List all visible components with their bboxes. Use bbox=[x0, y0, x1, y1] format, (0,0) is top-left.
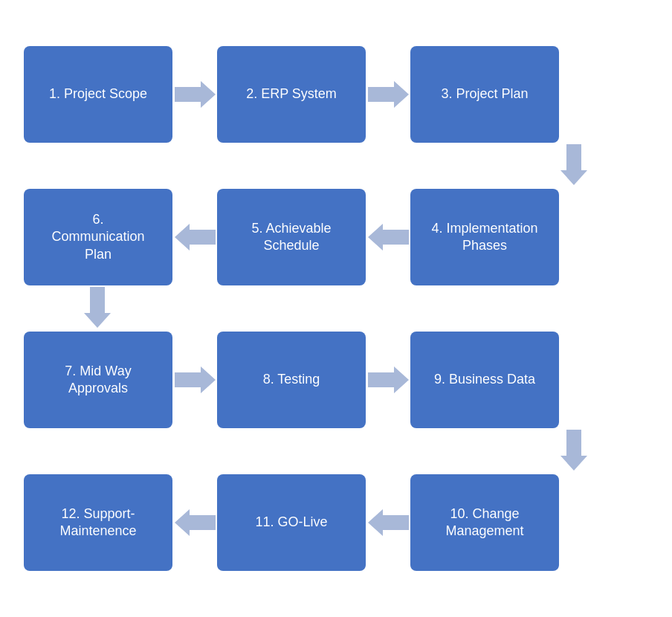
box-11: 11. GO-Live bbox=[217, 474, 366, 571]
svg-marker-6 bbox=[175, 366, 216, 393]
arrow-down-3-4 bbox=[24, 143, 648, 189]
box-8-label: 8. Testing bbox=[263, 371, 320, 388]
svg-marker-8 bbox=[560, 430, 587, 471]
svg-marker-10 bbox=[368, 509, 409, 536]
svg-marker-2 bbox=[560, 144, 587, 185]
box-8: 8. Testing bbox=[217, 332, 366, 428]
box-4: 4. Implementation Phases bbox=[410, 189, 559, 285]
box-4-label: 4. Implementation Phases bbox=[431, 220, 537, 255]
svg-marker-9 bbox=[175, 509, 216, 536]
box-9-label: 9. Business Data bbox=[434, 371, 535, 388]
svg-marker-7 bbox=[368, 366, 409, 393]
box-11-label: 11. GO-Live bbox=[255, 514, 327, 531]
box-7-label: 7. Mid Way Approvals bbox=[65, 363, 131, 398]
box-7: 7. Mid Way Approvals bbox=[24, 332, 172, 428]
box-6-label: 6. Communication Plan bbox=[51, 211, 144, 263]
box-1-label: 1. Project Scope bbox=[49, 85, 147, 103]
box-6: 6. Communication Plan bbox=[24, 189, 172, 285]
arrow-left-10-11 bbox=[366, 504, 410, 541]
box-5: 5. Achievable Schedule bbox=[217, 189, 366, 285]
box-10: 10. Change Management bbox=[410, 474, 559, 571]
arrow-left-4-5 bbox=[366, 219, 410, 256]
arrow-left-5-6 bbox=[172, 219, 217, 256]
arrow-left-11-12 bbox=[172, 504, 217, 541]
box-2-label: 2. ERP System bbox=[246, 85, 337, 103]
arrow-right-8-9 bbox=[366, 361, 410, 398]
box-2: 2. ERP System bbox=[217, 46, 366, 143]
box-5-label: 5. Achievable Schedule bbox=[251, 220, 331, 255]
box-12-label: 12. Support- Maintenence bbox=[59, 505, 136, 540]
box-9: 9. Business Data bbox=[410, 332, 559, 428]
svg-marker-3 bbox=[175, 224, 216, 251]
arrow-right-1-2 bbox=[172, 76, 217, 113]
box-12: 12. Support- Maintenence bbox=[24, 474, 172, 571]
arrow-down-6-7 bbox=[24, 285, 648, 332]
row-3: 7. Mid Way Approvals 8. Testing 9. Busin… bbox=[24, 332, 648, 428]
arrow-right-7-8 bbox=[172, 361, 217, 398]
row-4: 12. Support- Maintenence 11. GO-Live 10.… bbox=[24, 474, 648, 571]
svg-marker-1 bbox=[368, 81, 409, 108]
arrow-down-9-10 bbox=[24, 428, 648, 474]
box-10-label: 10. Change Management bbox=[445, 505, 523, 540]
flowchart: 1. Project Scope 2. ERP System 3. Projec… bbox=[16, 31, 656, 586]
box-1: 1. Project Scope bbox=[24, 46, 172, 143]
box-3-label: 3. Project Plan bbox=[441, 85, 528, 103]
svg-marker-4 bbox=[368, 224, 409, 251]
box-3: 3. Project Plan bbox=[410, 46, 559, 143]
arrow-right-2-3 bbox=[366, 76, 410, 113]
row-2: 6. Communication Plan 5. Achievable Sche… bbox=[24, 189, 648, 285]
row-1: 1. Project Scope 2. ERP System 3. Projec… bbox=[24, 46, 648, 143]
svg-marker-0 bbox=[175, 81, 216, 108]
svg-marker-5 bbox=[84, 287, 111, 328]
